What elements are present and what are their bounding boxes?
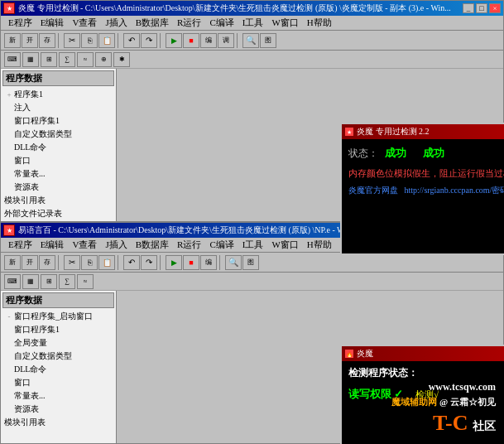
tree-item-resources[interactable]: 资源表 (2, 181, 114, 194)
tree-item-programs[interactable]: + 程序集1 (2, 88, 114, 101)
tree-item-custom-types[interactable]: 自定义数据类型 (2, 128, 114, 141)
toolbar-save[interactable]: 存 (39, 33, 55, 48)
btree-label-custom: 自定义数据类型 (14, 350, 72, 362)
menu-edit[interactable]: E编辑 (36, 16, 69, 30)
btree-label-startup: 窗口程序集_启动窗口 (14, 311, 93, 322)
toolbar-redo[interactable]: ↷ (141, 33, 157, 48)
btoolbar-redo[interactable]: ↷ (141, 255, 157, 270)
btoolbar-open[interactable]: 开 (22, 255, 38, 270)
toolbar-undo[interactable]: ↶ (123, 33, 140, 48)
bottom-menu-program[interactable]: E程序 (4, 238, 36, 252)
toolbar-build[interactable]: 编 (200, 33, 217, 48)
toolbar-cut[interactable]: ✂ (64, 33, 80, 48)
toolbar2-btn2[interactable]: ▦ (22, 52, 39, 67)
toolbar-sep4 (237, 33, 240, 48)
toolbar2-btn7[interactable]: ✱ (113, 52, 130, 67)
btoolbar-extra[interactable]: 图 (242, 255, 259, 270)
btoolbar2-btn4[interactable]: ∑ (59, 274, 75, 289)
tree-item-window-programs[interactable]: 窗口程序集1 (2, 114, 114, 128)
btoolbar-sep3 (160, 255, 163, 270)
toolbar2-btn4[interactable]: ∑ (59, 52, 75, 67)
btree-startup[interactable]: - 窗口程序集_启动窗口 (2, 310, 114, 323)
toolbar2-btn1[interactable]: ⌨ (4, 52, 21, 67)
menu-insert[interactable]: J插入 (101, 16, 131, 30)
bottom-menu-db[interactable]: B数据库 (132, 238, 173, 252)
btoolbar-cut[interactable]: ✂ (64, 255, 80, 270)
bottom-menu-run[interactable]: R运行 (173, 238, 205, 252)
bottom-sidebar: 程序数据 - 窗口程序集_启动窗口 窗口程序集1 全局变量 自定义数据类型 DL… (1, 291, 117, 443)
watermark-main-text: T-C 社区 (391, 409, 496, 437)
btoolbar-paste[interactable]: 📋 (98, 255, 115, 270)
btoolbar-undo[interactable]: ↶ (123, 255, 140, 270)
bottom-menu-compile[interactable]: C编译 (205, 238, 238, 252)
btoolbar-new[interactable]: 新 (4, 255, 21, 270)
btoolbar2-btn3[interactable]: ⊞ (41, 274, 57, 289)
watermark-tc: T-C (433, 411, 468, 435)
btoolbar-search[interactable]: 🔍 (225, 255, 242, 270)
btree-custom-types[interactable]: 自定义数据类型 (2, 350, 114, 363)
menu-help[interactable]: H帮助 (303, 16, 336, 30)
btoolbar2-btn1[interactable]: ⌨ (4, 274, 21, 289)
btoolbar-sep2 (118, 255, 121, 270)
tree-item-external-files[interactable]: 外部文件记录表 (2, 207, 114, 220)
toolbar-stop[interactable]: ■ (183, 33, 199, 48)
btree-window-prog[interactable]: 窗口程序集1 (2, 323, 114, 336)
bottom-toolbar1: 新 开 存 ✂ ⎘ 📋 ↶ ↷ ▶ ■ 编 🔍 图 (1, 253, 503, 273)
bottom-menu-edit[interactable]: E编辑 (36, 238, 69, 252)
btoolbar2-btn5[interactable]: ≈ (77, 274, 94, 289)
toolbar-sep1 (58, 33, 61, 48)
minimize-button[interactable]: _ (463, 3, 474, 13)
top-title-bar: ★ 炎魔 专用过检测 - C:\Users\Administrator\Desk… (1, 1, 503, 16)
toolbar2-btn5[interactable]: ≈ (77, 52, 94, 67)
btree-constants[interactable]: 常量表... (2, 389, 114, 403)
top-main-window: ★ 炎魔 专用过检测 - C:\Users\Administrator\Desk… (0, 0, 504, 222)
btree-resources[interactable]: 资源表 (2, 403, 114, 416)
menu-run[interactable]: R运行 (173, 16, 205, 30)
toolbar-debug[interactable]: 调 (218, 33, 234, 48)
btoolbar-sep4 (219, 255, 223, 270)
btoolbar-build[interactable]: 编 (200, 255, 217, 270)
menu-tools[interactable]: I工具 (238, 16, 268, 30)
btoolbar-sep1 (58, 255, 61, 270)
bottom-menu-window[interactable]: W窗口 (267, 238, 302, 252)
menu-program[interactable]: E程序 (4, 16, 36, 30)
btoolbar2-btn2[interactable]: ▦ (22, 274, 39, 289)
menu-db[interactable]: B数据库 (132, 16, 173, 30)
toolbar2-btn3[interactable]: ⊞ (41, 52, 57, 67)
toolbar-paste[interactable]: 📋 (98, 33, 115, 48)
bottom-menu-insert[interactable]: J插入 (101, 238, 131, 252)
btree-global-vars[interactable]: 全局变量 (2, 336, 114, 350)
toolbar-run[interactable]: ▶ (166, 33, 182, 48)
restore-button[interactable]: □ (476, 3, 487, 13)
btree-label-dll: DLL命令 (14, 364, 46, 375)
menu-compile[interactable]: C编译 (205, 16, 238, 30)
close-button[interactable]: × (489, 3, 501, 13)
toolbar2-btn6[interactable]: ⊕ (95, 52, 112, 67)
toolbar-copy[interactable]: ⎘ (81, 33, 98, 48)
tree-item-dll[interactable]: DLL命令 (2, 141, 114, 154)
btree-dll[interactable]: DLL命令 (2, 363, 114, 376)
watermark-overlay: www.tcsqw.com 魔域辅助网 @ 云霜☆初见 T-C 社区 (391, 381, 496, 437)
btoolbar-run[interactable]: ▶ (166, 255, 182, 270)
bottom-menu-help[interactable]: H帮助 (303, 238, 336, 252)
btree-form[interactable]: 窗口 (2, 376, 114, 389)
watermark-url: www.tcsqw.com (391, 381, 496, 394)
tree-item-modules[interactable]: 模块引用表 (2, 194, 114, 207)
btree-modules[interactable]: 模块引用表 (2, 416, 114, 429)
tree-item-form[interactable]: 窗口 (2, 154, 114, 167)
toolbar-extra1[interactable]: 图 (260, 33, 276, 48)
toolbar-open[interactable]: 开 (22, 33, 38, 48)
btoolbar-copy[interactable]: ⎘ (81, 255, 98, 270)
tree-item-constants[interactable]: 常量表... (2, 167, 114, 181)
top-window-controls: _ □ × (463, 3, 501, 13)
btoolbar-save[interactable]: 存 (39, 255, 55, 270)
bottom-menu-tools[interactable]: I工具 (238, 238, 268, 252)
tree-item-injection[interactable]: 注入 (2, 101, 114, 114)
btoolbar-stop[interactable]: ■ (183, 255, 199, 270)
bottom-menu-view[interactable]: V查看 (68, 238, 101, 252)
toolbar-new[interactable]: 新 (4, 33, 21, 48)
tree-label-dll: DLL命令 (14, 142, 46, 153)
toolbar-search[interactable]: 🔍 (242, 33, 259, 48)
menu-view[interactable]: V查看 (68, 16, 101, 30)
menu-window[interactable]: W窗口 (267, 16, 302, 30)
